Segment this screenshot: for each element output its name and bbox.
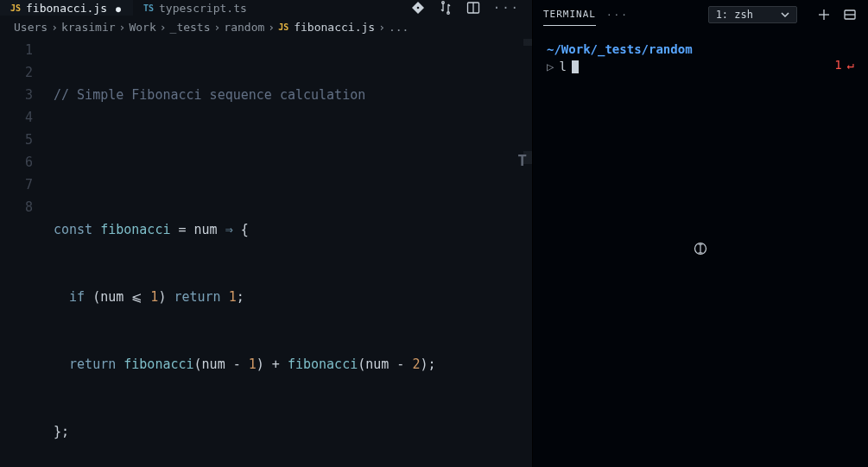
ibeam-cursor-icon	[694, 242, 707, 256]
chevron-right-icon: ›	[51, 21, 58, 34]
terminal-selector[interactable]: 1: zsh	[708, 6, 797, 23]
split-editor-icon[interactable]	[466, 0, 481, 16]
tab-typescript[interactable]: TS typescript.ts	[133, 0, 259, 16]
code-token: )	[420, 357, 428, 372]
source-control-icon[interactable]	[410, 0, 426, 16]
line-number: 7	[0, 174, 33, 196]
tab-actions: ···	[410, 0, 532, 16]
js-file-icon: JS	[278, 22, 288, 32]
code-token: (	[194, 357, 202, 372]
prompt-icon: ▷	[547, 59, 554, 74]
terminal-input[interactable]: l	[559, 59, 566, 74]
code-token: +	[264, 357, 288, 372]
terminal-tab[interactable]: TERMINAL	[543, 9, 596, 26]
terminal-pane: TERMINAL ··· 1: zsh ~/Work/_tests/random…	[532, 0, 868, 467]
terminal-status: 1 ↵	[834, 57, 854, 73]
more-actions-icon[interactable]: ···	[606, 9, 629, 21]
chevron-right-icon: ›	[268, 21, 275, 34]
breadcrumb-file[interactable]: fibonacci.js	[294, 21, 375, 34]
js-file-icon: JS	[10, 3, 21, 13]
terminal-prompt-line: ▷ l	[547, 59, 854, 74]
terminal-cwd: ~/Work/_tests/random	[547, 41, 854, 57]
line-number: 3	[0, 84, 33, 106]
split-terminal-icon[interactable]	[842, 7, 858, 22]
compare-changes-icon[interactable]	[438, 0, 453, 16]
line-number: 8	[0, 196, 33, 218]
code-token: ;	[428, 357, 436, 372]
code-token: const	[54, 222, 92, 237]
code-token: (	[358, 357, 365, 372]
code-editor[interactable]: 1 2 3 4 5 6 7 8 // Simple Fibonacci sequ…	[0, 39, 532, 467]
breadcrumb-part[interactable]: random	[224, 21, 264, 34]
code-token: return	[166, 289, 228, 305]
code-token: -	[389, 357, 412, 372]
line-number: 2	[0, 61, 33, 84]
chevron-right-icon: ›	[160, 21, 167, 34]
chevron-right-icon: ›	[378, 21, 385, 34]
return-icon: ↵	[847, 57, 854, 73]
code-token	[54, 289, 69, 305]
code-token: return	[69, 357, 124, 372]
code-token: fibonacci	[124, 357, 193, 372]
chevron-right-icon: ›	[214, 21, 221, 34]
tab-label: fibonacci.js	[26, 2, 107, 15]
breadcrumb-part[interactable]: Users	[14, 21, 48, 34]
unsaved-dot-icon	[112, 2, 121, 15]
terminal-header: TERMINAL ··· 1: zsh	[533, 0, 868, 29]
tab-bar: JS fibonacci.js TS typescript.ts ···	[0, 0, 532, 16]
cursor-icon	[572, 60, 579, 73]
terminal-actions	[816, 7, 858, 22]
minimap-glyph: T	[517, 149, 527, 172]
code-token: num	[100, 289, 124, 305]
chevron-down-icon	[781, 10, 789, 19]
code-token: ⇒	[218, 222, 241, 237]
editor-pane: JS fibonacci.js TS typescript.ts ··· Use…	[0, 0, 532, 467]
tab-fibonacci[interactable]: JS fibonacci.js	[0, 0, 133, 16]
breadcrumb-tail[interactable]: ...	[389, 21, 409, 34]
new-terminal-icon[interactable]	[816, 7, 832, 22]
code-token	[54, 357, 69, 372]
code-token: 1	[229, 289, 237, 305]
terminal-selector-label: 1: zsh	[716, 9, 753, 21]
code-token: fibonacci	[100, 222, 170, 237]
code-token: -	[225, 357, 249, 372]
code-token: (	[85, 289, 100, 305]
code-token: fibonacci	[288, 357, 358, 372]
code-token: ;	[237, 289, 244, 305]
code-content[interactable]: // Simple Fibonacci sequence calculation…	[54, 39, 532, 467]
code-token: if	[69, 289, 85, 305]
code-token: ⩽	[124, 289, 150, 305]
chevron-right-icon: ›	[119, 21, 126, 34]
svg-point-0	[416, 6, 420, 9]
line-number: 5	[0, 129, 33, 151]
code-token: num	[202, 357, 225, 372]
terminal-body[interactable]: ~/Work/_tests/random ▷ l 1 ↵	[533, 29, 868, 467]
code-token: )	[257, 357, 264, 372]
code-token: {	[241, 222, 249, 237]
breadcrumb-part[interactable]: Work	[129, 21, 155, 34]
ts-file-icon: TS	[143, 3, 154, 13]
line-number: 1	[0, 39, 33, 61]
code-token: num	[365, 357, 389, 372]
breadcrumb-part[interactable]: krasimir	[61, 21, 116, 34]
tab-label: typescript.ts	[159, 2, 247, 15]
line-number-gutter: 1 2 3 4 5 6 7 8	[0, 39, 54, 467]
breadcrumb[interactable]: Users› krasimir› Work› _tests› random› J…	[0, 16, 532, 39]
line-number: 6	[0, 151, 33, 174]
status-code: 1	[834, 57, 841, 73]
code-token: 1	[249, 357, 257, 372]
more-actions-icon[interactable]: ···	[493, 1, 520, 15]
code-token: =	[170, 222, 193, 237]
code-token: };	[54, 424, 69, 439]
line-number: 4	[0, 106, 33, 129]
code-token: // Simple Fibonacci sequence calculation	[54, 87, 365, 103]
code-token: num	[194, 222, 218, 237]
breadcrumb-part[interactable]: _tests	[170, 21, 211, 34]
